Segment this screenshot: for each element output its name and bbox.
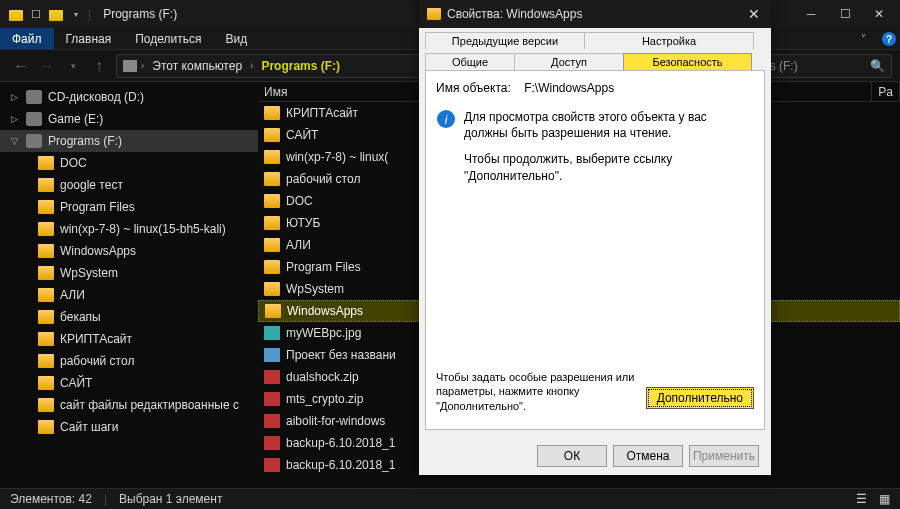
up-button[interactable]: ↑: [86, 53, 112, 79]
system-menu-icon[interactable]: [8, 6, 24, 22]
tree-item-label: WpSystem: [60, 266, 118, 280]
tree-item[interactable]: WpSystem: [0, 262, 258, 284]
tree-item-label: win(xp-7-8) ~ linux(15-bh5-kali): [60, 222, 226, 236]
tree-item-label: WindowsApps: [60, 244, 136, 258]
tab-general[interactable]: Общие: [425, 53, 515, 70]
tree-item[interactable]: Program Files: [0, 196, 258, 218]
tree-item[interactable]: рабочий стол: [0, 350, 258, 372]
folder-icon: [265, 304, 281, 318]
folder-icon: [264, 260, 280, 274]
tree-item-label: Сайт шаги: [60, 420, 118, 434]
tree-chevron-icon[interactable]: ▷: [8, 92, 20, 102]
folder-icon: [264, 150, 280, 164]
tree-item-label: Program Files: [60, 200, 135, 214]
menu-share[interactable]: Поделиться: [123, 28, 213, 49]
tree-item[interactable]: WindowsApps: [0, 240, 258, 262]
breadcrumb-root[interactable]: Этот компьютер: [148, 59, 246, 73]
tree-item-label: Programs (F:): [48, 134, 122, 148]
tree-item[interactable]: САЙТ: [0, 372, 258, 394]
folder-icon: [427, 8, 441, 20]
tree-item-label: google тест: [60, 178, 123, 192]
tree-item[interactable]: ▷Game (E:): [0, 108, 258, 130]
info-text-1: Для просмотра свойств этого объекта у ва…: [464, 109, 746, 141]
tree-item-label: САЙТ: [60, 376, 92, 390]
doc-icon: [264, 348, 280, 362]
address-root-icon: [123, 60, 137, 72]
tree-item-label: CD-дисковод (D:): [48, 90, 144, 104]
view-icons-icon[interactable]: ▦: [879, 492, 890, 506]
folder-icon: [264, 172, 280, 186]
folder-icon: [38, 244, 54, 258]
tree-item[interactable]: бекапы: [0, 306, 258, 328]
folder-icon: [38, 420, 54, 434]
tree-item[interactable]: DOC: [0, 152, 258, 174]
nav-tree[interactable]: ▷CD-дисковод (D:)▷Game (E:)▽Programs (F:…: [0, 82, 258, 488]
qat-newfolder-icon[interactable]: [48, 6, 64, 22]
tab-customize[interactable]: Настройка: [584, 32, 754, 49]
tree-item-label: DOC: [60, 156, 87, 170]
tab-sharing[interactable]: Доступ: [514, 53, 624, 70]
ribbon-collapse-icon[interactable]: ˅: [849, 28, 878, 49]
window-controls: ─ ☐ ✕: [794, 0, 896, 28]
tree-item[interactable]: ▽Programs (F:): [0, 130, 258, 152]
properties-dialog: Свойства: WindowsApps ✕ Предыдущие верси…: [419, 0, 771, 475]
dialog-titlebar[interactable]: Свойства: WindowsApps ✕: [419, 0, 771, 28]
img-icon: [264, 326, 280, 340]
help-button[interactable]: ?: [882, 32, 896, 46]
menu-view[interactable]: Вид: [213, 28, 259, 49]
qat-dropdown-icon[interactable]: ▾: [68, 6, 84, 22]
tab-security[interactable]: Безопасность: [623, 53, 752, 70]
ok-button[interactable]: ОК: [537, 445, 607, 467]
status-bar: Элементов: 42 | Выбран 1 элемент ☰ ▦: [0, 488, 900, 509]
tree-chevron-icon[interactable]: ▽: [8, 136, 20, 146]
back-button[interactable]: ←: [8, 53, 34, 79]
status-selected: Выбран 1 элемент: [119, 492, 222, 506]
tree-item-label: КРИПТАсайт: [60, 332, 132, 346]
tab-previous-versions[interactable]: Предыдущие версии: [425, 32, 585, 49]
forward-button[interactable]: →: [34, 53, 60, 79]
menu-file[interactable]: Файл: [0, 28, 54, 49]
folder-icon: [38, 156, 54, 170]
folder-icon: [38, 222, 54, 236]
minimize-button[interactable]: ─: [794, 0, 828, 28]
tree-item[interactable]: ▷CD-дисковод (D:): [0, 86, 258, 108]
breadcrumb-current[interactable]: Programs (F:): [257, 59, 344, 73]
cancel-button[interactable]: Отмена: [613, 445, 683, 467]
folder-icon: [264, 282, 280, 296]
tree-item-label: бекапы: [60, 310, 101, 324]
close-button[interactable]: ✕: [862, 0, 896, 28]
folder-icon: [38, 200, 54, 214]
recent-dropdown[interactable]: ▾: [60, 53, 86, 79]
tree-item[interactable]: АЛИ: [0, 284, 258, 306]
tree-item[interactable]: win(xp-7-8) ~ linux(15-bh5-kali): [0, 218, 258, 240]
apply-button[interactable]: Применить: [689, 445, 759, 467]
info-text-2: Чтобы продолжить, выберите ссылку "Допол…: [464, 151, 746, 183]
search-icon: 🔍: [870, 59, 885, 73]
tree-chevron-icon[interactable]: ▷: [8, 114, 20, 124]
tab-strip: Предыдущие версии Настройка Общие Доступ…: [419, 32, 771, 70]
tree-item-label: АЛИ: [60, 288, 85, 302]
dialog-title: Свойства: WindowsApps: [447, 7, 731, 21]
menu-home[interactable]: Главная: [54, 28, 124, 49]
tree-item-label: Game (E:): [48, 112, 103, 126]
tree-item[interactable]: Сайт шаги: [0, 416, 258, 438]
zip-icon: [264, 370, 280, 384]
maximize-button[interactable]: ☐: [828, 0, 862, 28]
zip-icon: [264, 414, 280, 428]
dialog-close-button[interactable]: ✕: [737, 0, 771, 28]
qat-properties-icon[interactable]: ☐: [28, 6, 44, 22]
drive-icon: [26, 90, 42, 104]
tree-item[interactable]: google тест: [0, 174, 258, 196]
view-details-icon[interactable]: ☰: [856, 492, 867, 506]
column-cutoff[interactable]: Pa: [872, 82, 900, 101]
zip-icon: [264, 392, 280, 406]
info-icon: i: [436, 109, 456, 129]
folder-icon: [264, 216, 280, 230]
advanced-button[interactable]: Дополнительно: [646, 387, 754, 409]
tree-item[interactable]: КРИПТАсайт: [0, 328, 258, 350]
tree-item[interactable]: сайт файлы редактирвоанные с: [0, 394, 258, 416]
folder-icon: [38, 178, 54, 192]
folder-icon: [38, 354, 54, 368]
object-name-value: F:\WindowsApps: [524, 81, 614, 95]
folder-icon: [38, 376, 54, 390]
